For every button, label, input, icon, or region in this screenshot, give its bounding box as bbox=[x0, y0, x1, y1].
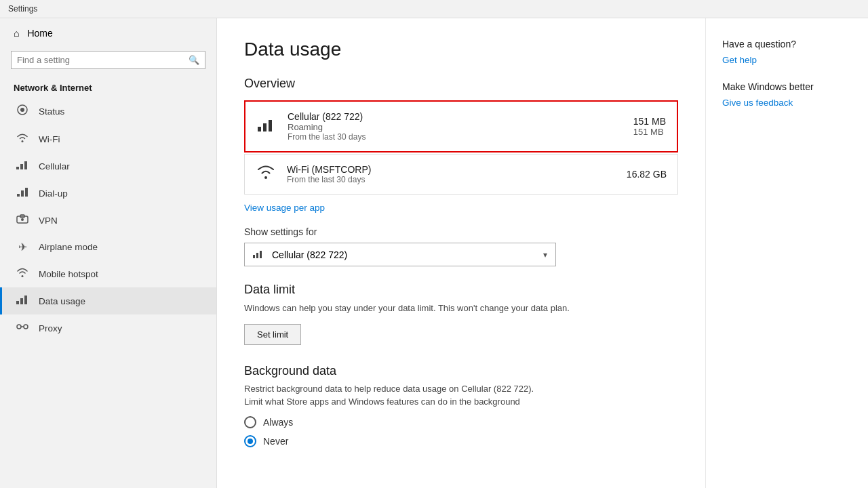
svg-rect-18 bbox=[263, 123, 267, 131]
background-data-desc: Restrict background data to help reduce … bbox=[244, 384, 678, 394]
radio-never[interactable]: Never bbox=[244, 435, 678, 447]
background-data-title: Background data bbox=[244, 364, 678, 378]
dropdown-left: Cellular (822 722) bbox=[253, 249, 347, 260]
cellular-card-icon bbox=[256, 117, 277, 136]
svg-rect-11 bbox=[16, 301, 19, 304]
sidebar-item-label-cellular: Cellular bbox=[39, 161, 70, 171]
svg-rect-4 bbox=[24, 161, 27, 169]
cellular-icon bbox=[16, 159, 29, 173]
sidebar-item-label-wifi: Wi-Fi bbox=[39, 134, 60, 144]
dialup-icon bbox=[16, 186, 29, 200]
status-icon bbox=[16, 104, 29, 119]
background-data-sub-desc: Limit what Store apps and Windows featur… bbox=[244, 396, 678, 407]
sidebar-item-cellular[interactable]: Cellular bbox=[0, 152, 216, 180]
cellular-card-name: Cellular (822 722) bbox=[288, 111, 623, 122]
svg-point-15 bbox=[24, 325, 28, 329]
svg-rect-22 bbox=[260, 251, 262, 258]
cellular-card-usage: 151 MB 151 MB bbox=[633, 116, 666, 137]
settings-for-label: Show settings for bbox=[244, 226, 678, 237]
svg-rect-13 bbox=[24, 296, 27, 304]
sidebar-item-label-hotspot: Mobile hotspot bbox=[39, 269, 98, 279]
svg-rect-3 bbox=[20, 164, 23, 169]
svg-point-1 bbox=[20, 108, 24, 112]
svg-point-14 bbox=[17, 325, 21, 329]
data-limit-title: Data limit bbox=[244, 283, 678, 297]
radio-never-label: Never bbox=[263, 436, 288, 447]
dropdown-arrow-icon: ▾ bbox=[543, 250, 547, 260]
svg-rect-12 bbox=[20, 298, 23, 304]
radio-always[interactable]: Always bbox=[244, 416, 678, 428]
wifi-card-icon bbox=[256, 165, 276, 184]
wifi-card-info: Wi-Fi (MSFTCORP) From the last 30 days bbox=[287, 164, 616, 184]
svg-rect-5 bbox=[17, 194, 20, 197]
wifi-card-name: Wi-Fi (MSFTCORP) bbox=[287, 164, 616, 175]
search-icon[interactable]: 🔍 bbox=[189, 55, 199, 65]
help-title: Have a question? bbox=[722, 39, 852, 49]
dropdown-value: Cellular (822 722) bbox=[272, 249, 347, 260]
data-limit-desc: Windows can help you stay under your dat… bbox=[244, 302, 583, 314]
home-icon: ⌂ bbox=[14, 28, 19, 39]
cellular-card[interactable]: Cellular (822 722) Roaming From the last… bbox=[244, 100, 678, 152]
page-title: Data usage bbox=[244, 39, 678, 60]
title-bar: Settings bbox=[0, 0, 868, 18]
dropdown-cellular-icon bbox=[253, 249, 265, 260]
radio-never-circle bbox=[244, 435, 256, 447]
svg-rect-20 bbox=[253, 255, 255, 258]
sidebar-home[interactable]: ⌂ Home bbox=[0, 18, 216, 48]
wifi-card-date: From the last 30 days bbox=[287, 175, 616, 184]
sidebar-item-label-dialup: Dial-up bbox=[39, 188, 68, 199]
sidebar-item-label-vpn: VPN bbox=[39, 216, 58, 226]
sidebar-item-vpn[interactable]: VPN bbox=[0, 207, 216, 234]
cellular-usage-value: 151 MB bbox=[633, 116, 666, 127]
search-input[interactable] bbox=[17, 55, 189, 65]
title-bar-label: Settings bbox=[8, 4, 37, 14]
overview-title: Overview bbox=[244, 77, 678, 91]
set-limit-button[interactable]: Set limit bbox=[244, 324, 301, 345]
svg-point-9 bbox=[21, 218, 24, 221]
main-content: Data usage Overview Cellular (822 722) R… bbox=[217, 18, 705, 488]
svg-rect-6 bbox=[21, 190, 24, 197]
cellular-card-date: From the last 30 days bbox=[288, 132, 623, 142]
radio-always-label: Always bbox=[263, 417, 293, 428]
radio-always-circle bbox=[244, 416, 256, 428]
airplane-icon: ✈ bbox=[16, 241, 29, 253]
wifi-icon bbox=[16, 132, 29, 146]
sidebar-item-status[interactable]: Status bbox=[0, 97, 216, 125]
svg-rect-21 bbox=[256, 253, 258, 258]
radio-group: Always Never bbox=[244, 416, 678, 447]
datausage-icon bbox=[16, 294, 29, 308]
sidebar-item-wifi[interactable]: Wi-Fi bbox=[0, 125, 216, 152]
view-usage-link[interactable]: View usage per app bbox=[244, 203, 325, 213]
sidebar-item-dialup[interactable]: Dial-up bbox=[0, 180, 216, 207]
sidebar-item-datausage[interactable]: Data usage bbox=[0, 287, 216, 314]
wifi-usage-value: 16.82 GB bbox=[627, 169, 667, 180]
wifi-card[interactable]: Wi-Fi (MSFTCORP) From the last 30 days 1… bbox=[244, 154, 678, 195]
wifi-card-usage: 16.82 GB bbox=[627, 169, 667, 180]
sidebar-section-title: Network & Internet bbox=[0, 77, 216, 97]
sidebar-item-label-airplane: Airplane mode bbox=[39, 242, 98, 252]
sidebar-item-label-datausage: Data usage bbox=[39, 296, 85, 306]
sidebar-home-label: Home bbox=[27, 28, 52, 39]
search-box[interactable]: 🔍 bbox=[11, 51, 205, 69]
sidebar-item-proxy[interactable]: Proxy bbox=[0, 314, 216, 342]
feedback-title: Make Windows better bbox=[722, 81, 852, 92]
hotspot-icon bbox=[16, 267, 29, 281]
proxy-icon bbox=[16, 321, 29, 335]
svg-rect-19 bbox=[269, 120, 272, 131]
svg-rect-17 bbox=[258, 127, 261, 131]
sidebar-item-airplane[interactable]: ✈ Airplane mode bbox=[0, 234, 216, 260]
sidebar-item-label-proxy: Proxy bbox=[39, 323, 62, 333]
settings-dropdown[interactable]: Cellular (822 722) ▾ bbox=[244, 243, 556, 266]
feedback-link[interactable]: Give us feedback bbox=[722, 98, 852, 108]
sidebar-item-hotspot[interactable]: Mobile hotspot bbox=[0, 260, 216, 287]
right-panel: Have a question? Get help Make Windows b… bbox=[705, 18, 868, 488]
svg-rect-2 bbox=[16, 167, 19, 169]
cellular-card-info: Cellular (822 722) Roaming From the last… bbox=[288, 111, 623, 142]
vpn-icon bbox=[16, 214, 29, 227]
sidebar-item-label-status: Status bbox=[39, 106, 64, 117]
cellular-usage-sub: 151 MB bbox=[633, 127, 666, 137]
cellular-card-sub: Roaming bbox=[288, 122, 623, 132]
svg-rect-7 bbox=[25, 188, 28, 197]
sidebar: ⌂ Home 🔍 Network & Internet Status Wi-Fi bbox=[0, 18, 217, 488]
get-help-link[interactable]: Get help bbox=[722, 55, 852, 65]
